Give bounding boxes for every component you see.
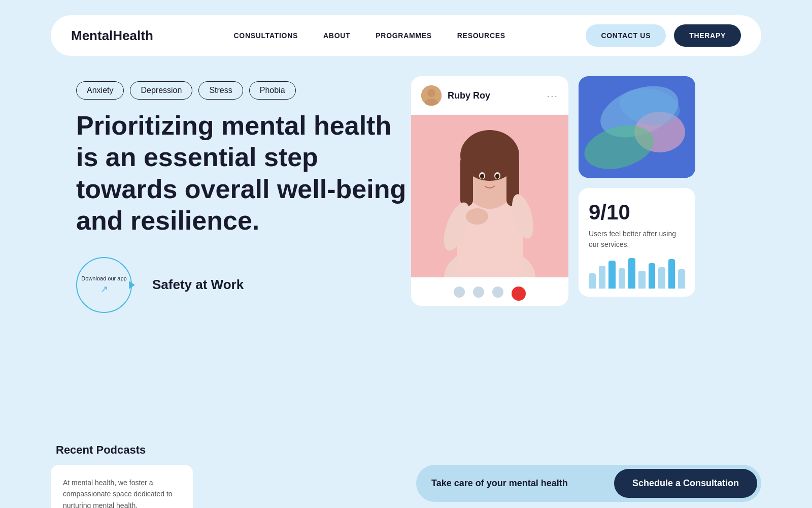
bar-item (628, 258, 635, 289)
tag-anxiety[interactable]: Anxiety (76, 81, 124, 100)
svg-point-13 (480, 174, 484, 179)
tags-container: Anxiety Depression Stress Phobia (76, 81, 411, 100)
nav-programmes[interactable]: PROGRAMMES (376, 31, 431, 40)
bar-item (638, 271, 646, 289)
bar-item (599, 266, 606, 289)
stats-card: 9/10 Users feel better after using our s… (579, 188, 695, 297)
svg-point-14 (495, 174, 499, 179)
bar-item (668, 259, 675, 289)
safety-text: Safety at Work (152, 277, 244, 293)
contact-button[interactable]: CONTACT US (586, 24, 666, 47)
bar-item (608, 261, 616, 289)
side-cards: 9/10 Users feel better after using our s… (579, 76, 695, 306)
bar-item (658, 267, 665, 289)
stats-description: Users feel better after using our servic… (589, 229, 685, 250)
abstract-card (579, 76, 695, 178)
nav-about[interactable]: ABOUT (323, 31, 350, 40)
hero-bottom: Download our app ↗ Safety at Work (76, 257, 411, 313)
download-app-label: Download our app (81, 275, 126, 281)
download-app-button[interactable]: Download our app ↗ (76, 257, 132, 313)
nav: CONSULTATIONS ABOUT PROGRAMMES RESOURCES (234, 31, 505, 40)
nav-resources[interactable]: RESOURCES (457, 31, 505, 40)
hero-left: Anxiety Depression Stress Phobia Priorit… (76, 76, 411, 313)
nav-consultations[interactable]: CONSULTATIONS (234, 31, 298, 40)
hero-right: Ruby Roy ··· (411, 76, 756, 306)
podcasts-section: Recent Podcasts At mental health, we fos… (51, 443, 264, 508)
dot-1[interactable] (454, 287, 465, 298)
schedule-button[interactable]: Schedule a Consultation (614, 469, 757, 498)
header-actions: CONTACT US THERAPY (586, 24, 741, 47)
therapist-card: Ruby Roy ··· (411, 76, 568, 306)
hero-title: Prioritizing mental health is an essenti… (76, 110, 411, 237)
header: MentalHealth CONSULTATIONS ABOUT PROGRAM… (51, 15, 761, 56)
svg-point-1 (427, 89, 435, 97)
bar-item (589, 273, 596, 289)
bottom-bar: Recent Podcasts At mental health, we fos… (25, 443, 787, 508)
dot-2[interactable] (473, 287, 484, 298)
svg-rect-9 (460, 155, 473, 206)
carousel-dots (411, 287, 568, 306)
tag-phobia[interactable]: Phobia (249, 81, 296, 100)
ruby-name: Ruby Roy (448, 90, 490, 101)
hero-section: Anxiety Depression Stress Phobia Priorit… (51, 71, 761, 313)
ruby-info: Ruby Roy (421, 85, 490, 106)
ruby-header: Ruby Roy ··· (411, 76, 568, 115)
stats-number: 9/10 (589, 200, 685, 225)
bar-item (678, 269, 685, 289)
dot-3[interactable] (492, 287, 503, 298)
avatar (421, 85, 442, 106)
podcasts-title: Recent Podcasts (51, 443, 264, 457)
logo: MentalHealth (71, 28, 153, 44)
podcast-card: At mental health, we foster a compassion… (51, 465, 193, 508)
therapist-image (411, 115, 568, 277)
bar-chart (589, 258, 685, 289)
podcast-description: At mental health, we foster a compassion… (63, 477, 181, 508)
dot-4-active[interactable] (512, 287, 526, 301)
arrow-icon: ↗ (100, 283, 108, 295)
more-options-icon[interactable]: ··· (547, 90, 558, 102)
tag-depression[interactable]: Depression (130, 81, 192, 100)
tag-stress[interactable]: Stress (198, 81, 243, 100)
svg-point-17 (466, 208, 488, 225)
cta-bar: Take care of your mental health Schedule… (416, 465, 761, 502)
therapy-button[interactable]: THERAPY (674, 24, 741, 47)
bar-item (649, 263, 656, 289)
bar-item (619, 268, 626, 289)
cta-text: Take care of your mental health (431, 478, 614, 489)
